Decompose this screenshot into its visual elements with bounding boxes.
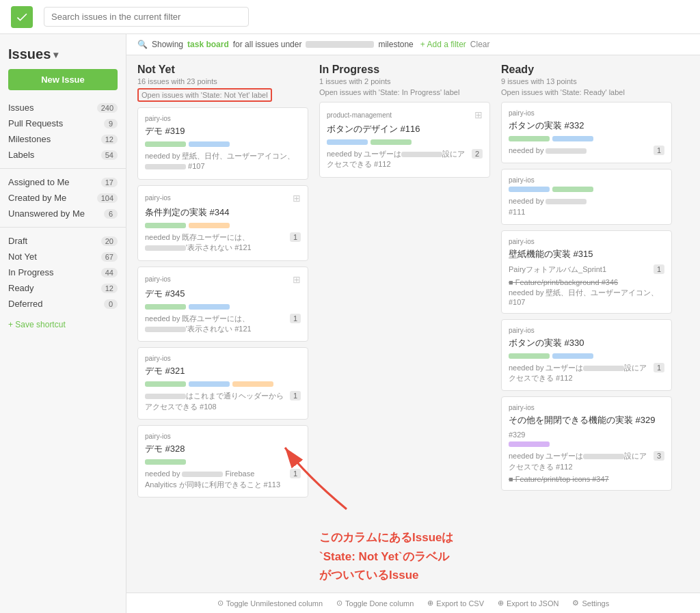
card-labels	[327, 139, 483, 145]
repo-label: pairy-ios	[145, 115, 171, 122]
card-345[interactable]: pairy-ios ⊞ デモ #345 needed by 既存ユーザーには、'…	[137, 267, 308, 342]
col-desc-ready: Open issues with 'State: Ready' label	[501, 88, 672, 96]
sidebar-item-not-yet[interactable]: Not Yet 67	[0, 249, 126, 264]
filter-bar: 🔍 Showing task board for all issues unde…	[126, 34, 700, 55]
footer-toggle-unmilestoned[interactable]: ⊙ Toggle Unmilestoned column	[217, 599, 323, 608]
in-progress-label: In Progress	[8, 267, 53, 277]
repo-label: pairy-ios	[509, 327, 535, 334]
sidebar-state-section: Draft 20 Not Yet 67 In Progress 44 Ready…	[0, 233, 126, 312]
card-count: 1	[290, 391, 301, 400]
col-header-ready: Ready 9 issues with 13 points Open issue…	[501, 64, 672, 96]
annotation-line2: `State: Not Yet`のラベル	[319, 547, 490, 566]
label-pill	[145, 141, 186, 147]
blurred-text	[546, 148, 587, 154]
blurred-text	[401, 152, 442, 157]
footer-export-json[interactable]: ⊕ Export to JSON	[498, 599, 558, 608]
footer-label: Export to CSV	[436, 599, 484, 608]
card-labels	[145, 223, 301, 228]
label-pill	[145, 304, 186, 310]
search-icon: 🔍	[137, 40, 148, 49]
label-pill	[189, 223, 230, 228]
footer: ⊙ Toggle Unmilestoned column ⊙ Toggle Do…	[126, 592, 700, 613]
repo-label: product-management	[327, 111, 392, 119]
sidebar-item-ready[interactable]: Ready 12	[0, 280, 126, 296]
card-title: その他を開閉できる機能の実装 #329	[509, 414, 664, 426]
card-330[interactable]: pairy-ios ボタンの実装 #330 needed by ユーザーは設にア…	[501, 319, 672, 392]
card-count: 1	[290, 314, 301, 323]
footer-settings[interactable]: ⚙ Settings	[572, 599, 609, 608]
sidebar-pr-badge: 9	[104, 119, 118, 128]
card-title: 条件判定の実装 #344	[145, 206, 301, 219]
not-yet-badge: 67	[101, 252, 118, 262]
task-board-link[interactable]: task board	[187, 40, 229, 49]
card-title: ボタンのデザイン #116	[327, 123, 483, 135]
card-repo: pairy-ios	[509, 404, 664, 411]
sidebar-item-unanswered[interactable]: Unanswered by Me 6	[0, 206, 126, 221]
card-footer: needed by 既存ユーザーには、'表示されない #121 1	[145, 232, 301, 254]
sidebar-divider-1	[0, 168, 126, 169]
ready-cards: pairy-ios ボタンの実装 #332 needed by 1	[501, 102, 672, 584]
blurred-text	[145, 245, 186, 251]
card-repo: pairy-ios	[509, 238, 664, 245]
sidebar-item-in-progress[interactable]: In Progress 44	[0, 264, 126, 280]
annotation-line3: がついているIssue	[319, 566, 490, 584]
app-logo	[11, 6, 33, 28]
label-pill	[189, 304, 230, 310]
card-needed: needed by #111	[509, 196, 664, 217]
save-shortcut[interactable]: + Save shortcut	[0, 317, 126, 332]
branch-label: ■ Feature/print/background #346	[509, 278, 664, 286]
card-footer: needed by 既存ユーザーには、'表示されない #121 1	[145, 314, 301, 335]
ready-badge: 12	[101, 284, 118, 293]
sidebar-item-milestones[interactable]: Milestones 12	[0, 131, 126, 147]
sidebar-item-pull-requests[interactable]: Pull Requests 9	[0, 115, 126, 131]
card-315[interactable]: pairy-ios 壁紙機能の実装 #315 Pairyフォトアルバム_Spri…	[501, 230, 672, 313]
sidebar-milestones-label: Milestones	[8, 134, 51, 144]
repo-label: pairy-ios	[509, 109, 535, 117]
blurred-text	[546, 199, 587, 204]
card-title: ボタンの実装 #330	[509, 337, 664, 349]
sidebar-item-deferred[interactable]: Deferred 0	[0, 296, 126, 312]
clear-filter-link[interactable]: Clear	[470, 40, 490, 49]
card-footer: needed by ユーザーは設にアクセスできる #112 3	[509, 451, 664, 472]
logo-icon	[15, 10, 29, 24]
label-pill	[509, 353, 550, 359]
sidebar-item-assigned-to-me[interactable]: Assigned to Me 17	[0, 174, 126, 190]
footer-label: Settings	[582, 599, 609, 608]
footer-export-csv[interactable]: ⊕ Export to CSV	[427, 599, 484, 608]
search-input[interactable]	[44, 7, 249, 27]
card-344[interactable]: pairy-ios ⊞ 条件判定の実装 #344 needed by 既存ユーザ…	[137, 185, 308, 261]
card-count: 1	[290, 232, 301, 242]
repo-label: pairy-ios	[509, 404, 535, 411]
card-footer: needed by ユーザーは設にアクセスできる #112 1	[509, 363, 664, 384]
label-pill	[145, 459, 186, 465]
card-sub: #329	[509, 431, 664, 439]
add-filter-link[interactable]: + Add a filter	[420, 40, 466, 49]
card-116[interactable]: product-management ⊞ ボタンのデザイン #116 neede…	[319, 102, 490, 178]
assigned-to-me-badge: 17	[101, 178, 118, 187]
col-desc-in-progress: Open issues with 'State: In Progress' la…	[319, 88, 490, 96]
unanswered-label: Unanswered by Me	[8, 208, 85, 219]
sidebar-item-labels[interactable]: Labels 54	[0, 147, 126, 163]
label-pill	[145, 223, 186, 228]
card-111[interactable]: pairy-ios needed by #111	[501, 169, 672, 225]
card-332[interactable]: pairy-ios ボタンの実装 #332 needed by 1	[501, 102, 672, 163]
card-321[interactable]: pairy-ios デモ #321 はこれまで通りヘッダーからアクセスできる #…	[137, 347, 308, 420]
unanswered-badge: 6	[104, 209, 118, 219]
new-issue-button[interactable]: New Issue	[8, 69, 118, 90]
card-labels	[509, 441, 664, 447]
sidebar-labels-badge: 54	[101, 150, 118, 160]
card-319[interactable]: pairy-ios デモ #319 needed by 壁紙、日付、ユーザーアイ…	[137, 107, 308, 180]
column-in-progress: In Progress 1 issues with 2 points Open …	[319, 64, 490, 584]
sidebar-item-draft[interactable]: Draft 20	[0, 233, 126, 249]
showing-text: Showing	[152, 40, 183, 49]
card-needed: はこれまで通りヘッダーからアクセスできる #108	[145, 391, 286, 412]
kanban-board: Not Yet 16 issues with 23 points Open is…	[126, 55, 700, 592]
repo-label: pairy-ios	[145, 433, 171, 440]
card-repo: pairy-ios	[509, 176, 664, 184]
footer-toggle-done[interactable]: ⊙ Toggle Done column	[336, 599, 414, 608]
card-329[interactable]: pairy-ios その他を開閉できる機能の実装 #329 #329 neede…	[501, 396, 672, 491]
sidebar-divider-2	[0, 227, 126, 228]
annotation-arrow-svg	[265, 434, 374, 516]
sidebar-item-issues[interactable]: Issues 240	[0, 100, 126, 115]
sidebar-item-created-by-me[interactable]: Created by Me 104	[0, 190, 126, 206]
